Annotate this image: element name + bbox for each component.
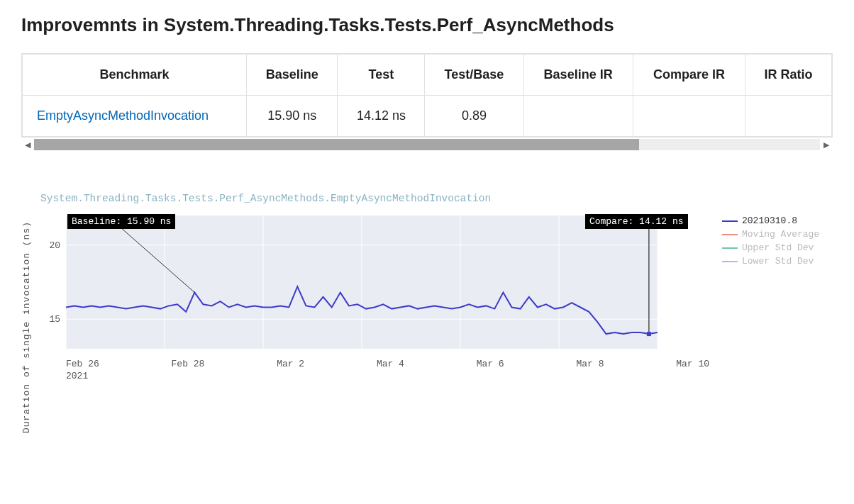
col-irratio: IR Ratio xyxy=(745,55,832,96)
svg-rect-14 xyxy=(647,332,651,336)
col-testbase: Test/Base xyxy=(425,55,523,96)
scroll-right-arrow-icon[interactable]: ▶ xyxy=(820,139,833,150)
chart-title: System.Threading.Tasks.Tests.Perf_AsyncM… xyxy=(40,193,833,204)
chart-xaxis-year: 2021 xyxy=(38,371,712,381)
xtick-label: Mar 6 xyxy=(477,359,504,369)
table-row: EmptyAsyncMethodInvocation 15.90 ns 14.1… xyxy=(23,96,832,137)
legend-item[interactable]: 20210310.8 xyxy=(722,215,833,226)
legend-label: Moving Average xyxy=(742,229,819,240)
legend-swatch xyxy=(722,220,738,222)
benchmark-link[interactable]: EmptyAsyncMethodInvocation xyxy=(37,108,209,123)
scroll-thumb[interactable] xyxy=(34,139,639,150)
legend-item[interactable]: Lower Std Dev xyxy=(722,256,833,267)
legend-label: 20210310.8 xyxy=(742,215,797,226)
chart-plot[interactable]: Baseline: 15.90 ns Compare: 14.12 ns 152… xyxy=(38,211,712,381)
scroll-track[interactable] xyxy=(34,139,820,150)
cell-irratio xyxy=(745,96,832,137)
col-test: Test xyxy=(338,55,425,96)
legend-swatch xyxy=(722,247,738,249)
horizontal-scrollbar[interactable]: ◀ ▶ xyxy=(21,139,833,150)
col-benchmark: Benchmark xyxy=(23,55,247,96)
benchmark-table-wrap: Benchmark Baseline Test Test/Base Baseli… xyxy=(21,53,833,138)
baseline-callout: Baseline: 15.90 ns xyxy=(67,214,175,229)
svg-text:15: 15 xyxy=(49,314,60,325)
xtick-label: Mar 8 xyxy=(576,359,604,369)
legend-item[interactable]: Moving Average xyxy=(722,229,833,240)
xtick-label: Feb 28 xyxy=(172,359,205,369)
compare-callout: Compare: 14.12 ns xyxy=(585,214,688,229)
cell-baseline: 15.90 ns xyxy=(247,96,338,137)
col-compareir: Compare IR xyxy=(633,55,745,96)
legend-swatch xyxy=(722,261,738,262)
col-baselineir: Baseline IR xyxy=(523,55,633,96)
chart-area: Duration of single invocation (ns) Syste… xyxy=(21,193,833,433)
legend-label: Upper Std Dev xyxy=(742,242,814,253)
xtick-label: Mar 10 xyxy=(676,359,709,369)
legend-item[interactable]: Upper Std Dev xyxy=(722,242,833,253)
cell-test: 14.12 ns xyxy=(338,96,425,137)
chart-legend: 20210310.8Moving AverageUpper Std DevLow… xyxy=(712,211,833,269)
cell-compareir xyxy=(633,96,745,137)
scroll-left-arrow-icon[interactable]: ◀ xyxy=(21,139,34,150)
page-title: Improvemnts in System.Threading.Tasks.Te… xyxy=(21,14,833,36)
col-baseline: Baseline xyxy=(247,55,338,96)
xtick-label: Mar 2 xyxy=(277,359,304,369)
svg-text:20: 20 xyxy=(49,240,60,251)
legend-swatch xyxy=(722,234,738,235)
cell-testbase: 0.89 xyxy=(425,96,523,137)
legend-label: Lower Std Dev xyxy=(742,256,814,267)
xtick-label: Feb 26 xyxy=(66,359,99,369)
chart-svg: 1520 xyxy=(38,211,662,353)
chart-xaxis: Feb 26Feb 28Mar 2Mar 4Mar 6Mar 8Mar 10 xyxy=(38,356,712,369)
cell-baselineir xyxy=(523,96,633,137)
xtick-label: Mar 4 xyxy=(377,359,404,369)
chart-ylabel: Duration of single invocation (ns) xyxy=(21,193,32,433)
benchmark-table: Benchmark Baseline Test Test/Base Baseli… xyxy=(22,54,832,137)
